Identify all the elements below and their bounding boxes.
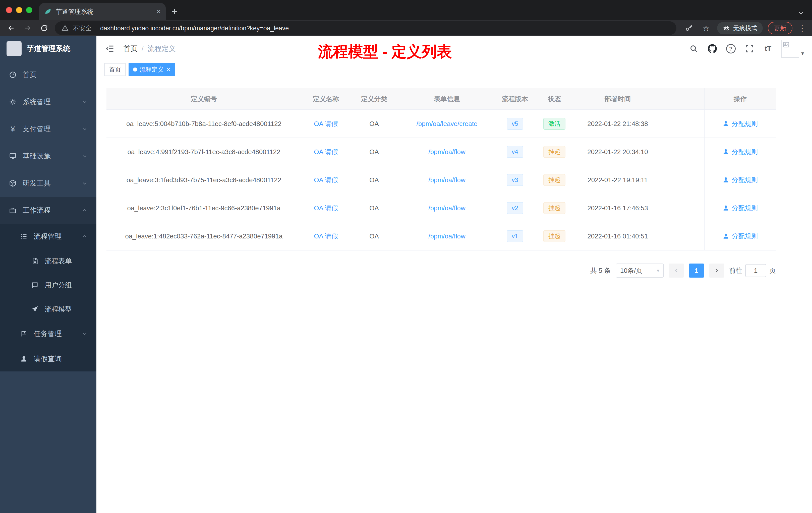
assign-rule-button[interactable]: 分配规则 <box>723 232 758 241</box>
goto-label: 前往 <box>729 266 742 275</box>
definition-name-link[interactable]: OA 请假 <box>314 148 338 156</box>
font-size-icon[interactable]: tT <box>762 43 774 54</box>
user-icon <box>723 205 729 211</box>
next-page-button[interactable] <box>709 264 724 278</box>
warning-icon <box>61 25 69 32</box>
chevron-down-icon <box>82 180 87 186</box>
sidebar-item-process-form[interactable]: 流程表单 <box>0 249 96 273</box>
app: 芋道管理系统 首页 系统管理 ¥ 支付管理 <box>0 36 812 513</box>
page-number-button[interactable]: 1 <box>689 264 704 278</box>
macos-minimize-button[interactable] <box>16 7 22 13</box>
macos-zoom-button[interactable] <box>26 7 32 13</box>
assign-rule-button[interactable]: 分配规则 <box>723 119 758 128</box>
sidebar-logo[interactable]: 芋道管理系统 <box>0 36 96 61</box>
deploy-time: 2022-01-22 20:34:10 <box>575 138 660 165</box>
toolbar-right: ☆ 无痕模式 更新 ⋮ <box>681 22 807 34</box>
caret-down-icon: ▾ <box>657 268 659 274</box>
chevron-down-icon <box>82 126 87 132</box>
pagination: 共 5 条 10条/页 ▾ 1 前往 页 <box>107 264 776 278</box>
sidebar-item-user-group[interactable]: 用户分组 <box>0 273 96 297</box>
briefcase-icon <box>9 207 17 214</box>
address-bar[interactable]: 不安全 dashboard.yudao.iocoder.cn/bpm/manag… <box>55 21 676 35</box>
search-icon[interactable] <box>688 43 699 54</box>
user-icon <box>723 233 729 239</box>
sidebar-item-home[interactable]: 首页 <box>0 61 96 88</box>
sidebar-item-infrastructure[interactable]: 基础设施 <box>0 143 96 170</box>
goto-page-input[interactable] <box>745 264 766 277</box>
reload-button-icon[interactable] <box>38 22 50 34</box>
version-badge: v4 <box>507 146 523 158</box>
caret-down-icon: ▾ <box>801 50 804 58</box>
workflow-submenu: 流程管理 流程表单 用户分组 <box>0 224 96 371</box>
back-button-icon[interactable] <box>5 22 17 34</box>
sidebar-item-workflow[interactable]: 工作流程 <box>0 197 96 224</box>
update-button[interactable]: 更新 <box>768 22 792 34</box>
screen: 芋道管理系统 × + 不安全 dashboard.yudao.iocoder.c… <box>0 0 812 513</box>
form-link[interactable]: /bpm/oa/leave/create <box>416 120 477 128</box>
sidebar-item-devtools[interactable]: 研发工具 <box>0 170 96 197</box>
status-badge: 挂起 <box>543 174 566 186</box>
user-avatar[interactable]: ▾ <box>781 40 804 58</box>
pagination-total: 共 5 条 <box>590 266 611 275</box>
sidebar-item-task-management[interactable]: 任务管理 <box>0 321 96 346</box>
github-icon[interactable] <box>707 43 718 54</box>
definition-category: OA <box>350 194 398 222</box>
sidebar-item-payment[interactable]: ¥ 支付管理 <box>0 116 96 143</box>
new-tab-button[interactable]: + <box>166 3 183 20</box>
chevron-up-icon <box>82 208 87 213</box>
definition-name-link[interactable]: OA 请假 <box>314 232 338 241</box>
forward-button-icon[interactable] <box>22 22 34 34</box>
definition-name-link[interactable]: OA 请假 <box>314 119 338 128</box>
app-navbar: 首页 / 流程定义 ? t <box>96 36 812 61</box>
form-link[interactable]: /bpm/oa/flow <box>428 204 465 212</box>
macos-close-button[interactable] <box>6 7 12 13</box>
password-key-icon[interactable] <box>683 22 695 34</box>
logo-avatar <box>6 41 22 56</box>
definition-name-link[interactable]: OA 请假 <box>314 204 338 213</box>
form-link[interactable]: /bpm/oa/flow <box>428 176 465 184</box>
assign-rule-button[interactable]: 分配规则 <box>723 176 758 184</box>
assign-rule-button[interactable]: 分配规则 <box>723 148 758 156</box>
omnibox-divider <box>96 25 96 31</box>
tag-close-icon[interactable]: × <box>167 66 170 73</box>
tab-favicon-icon <box>44 8 52 15</box>
sidebar-item-process-management[interactable]: 流程管理 <box>0 224 96 249</box>
tag-active-dot <box>133 67 137 71</box>
prev-page-button[interactable] <box>669 264 684 278</box>
sidebar-collapse-icon[interactable] <box>105 43 116 54</box>
flag-icon <box>20 330 28 337</box>
breadcrumb-home[interactable]: 首页 <box>123 44 138 54</box>
assign-rule-button[interactable]: 分配规则 <box>723 204 758 213</box>
browser-tab[interactable]: 芋道管理系统 × <box>39 3 166 20</box>
sidebar-item-leave-query[interactable]: 请假查询 <box>0 346 96 371</box>
deploy-time: 2022-01-16 17:46:53 <box>575 194 660 222</box>
column-header-time: 部署时间 <box>575 88 660 110</box>
deploy-time: 2022-01-22 21:48:38 <box>575 110 660 138</box>
tab-search-icon[interactable] <box>798 10 812 20</box>
fullscreen-icon[interactable] <box>744 43 755 54</box>
column-header-form: 表单信息 <box>398 88 496 110</box>
table-row: oa_leave:3:1fad3d93-7b75-11ec-a3c8-acde4… <box>107 166 776 194</box>
definition-name-link[interactable]: OA 请假 <box>314 176 338 184</box>
tags-bar: 首页 流程定义 × <box>96 61 812 78</box>
browser-menu-kebab-icon[interactable]: ⋮ <box>798 24 807 33</box>
definition-table: 定义编号 定义名称 定义分类 表单信息 流程版本 状态 部署时间 操作 oa_l… <box>107 88 776 250</box>
status-badge: 挂起 <box>543 202 566 214</box>
user-icon <box>723 177 729 183</box>
form-link[interactable]: /bpm/oa/flow <box>428 233 465 240</box>
table-row: oa_leave:5:004b710b-7b8a-11ec-8ef0-acde4… <box>107 110 776 138</box>
tag-home[interactable]: 首页 <box>105 63 125 76</box>
main-area: 首页 / 流程定义 ? t <box>96 36 812 513</box>
sidebar-item-system[interactable]: 系统管理 <box>0 88 96 116</box>
tab-close-icon[interactable]: × <box>157 7 161 16</box>
page-size-select[interactable]: 10条/页 ▾ <box>616 264 664 278</box>
sidebar-item-process-model[interactable]: 流程模型 <box>0 297 96 321</box>
definition-category: OA <box>350 222 398 250</box>
tag-process-definition[interactable]: 流程定义 × <box>128 63 175 76</box>
help-icon[interactable]: ? <box>725 43 736 54</box>
bookmark-star-icon[interactable]: ☆ <box>700 22 712 34</box>
annotation-title: 流程模型 - 定义列表 <box>318 42 452 62</box>
version-badge: v5 <box>507 118 523 129</box>
form-link[interactable]: /bpm/oa/flow <box>428 148 465 156</box>
breadcrumb-current: 流程定义 <box>148 44 176 54</box>
